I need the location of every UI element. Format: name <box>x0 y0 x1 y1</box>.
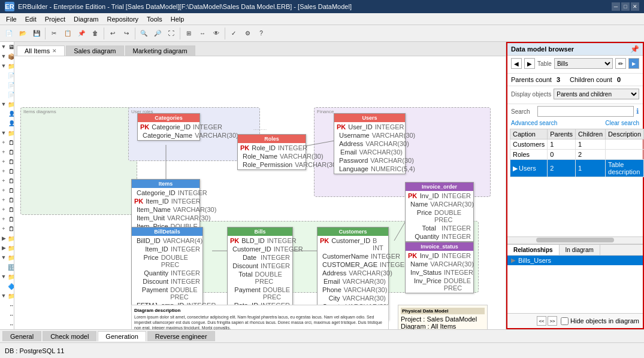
diagram-table-bills[interactable]: Bills PKBLD_IDINTEGER Customer_IDINTEGER… <box>227 227 293 311</box>
diagram-table-roles[interactable]: Roles PKRole_IDINTEGER Role_NameVARCHAR(… <box>237 134 306 170</box>
table-btn[interactable]: ⊞ <box>182 27 195 40</box>
sidebar-item-rel-billdetails-items[interactable]: ↔ BillDetails_Items <box>0 301 14 310</box>
sidebar-item-rel-bills-users[interactable]: ↔ Bills_Users <box>0 320 14 329</box>
paste-btn[interactable]: 📌 <box>75 27 88 40</box>
menu-tools[interactable]: Tools <box>143 14 166 24</box>
sidebar-item-rel-bills-customers[interactable]: ↔ Bills_Customers <box>0 310 14 320</box>
view-table-btn[interactable]: ▶ <box>628 58 639 69</box>
undo-btn[interactable]: ↩ <box>106 27 119 40</box>
expand-sales[interactable]: ▼ <box>0 53 7 60</box>
table-label: Table <box>537 60 552 67</box>
tab-all-items[interactable]: All Items ✕ <box>17 45 65 56</box>
diagram-table-billdetails[interactable]: BillDetails BillD_IDVARCHAR(4) Item_IDIN… <box>131 227 203 311</box>
sidebar-item-domains[interactable]: ▼ 📁 Domains <box>0 272 14 281</box>
rel-item-bills-users[interactable]: ▶ Bills_Users <box>507 256 643 265</box>
panel-prev-btn[interactable]: << <box>537 316 546 326</box>
sidebar-item-workspace[interactable]: ▼ 🖥 Workspace <box>0 42 14 51</box>
fit-btn[interactable]: ⛶ <box>165 27 178 40</box>
diagram-table-invoice-order[interactable]: Invoice_order PKInv_IDINTEGER NameVARCHA… <box>405 182 474 242</box>
diagram-table-users[interactable]: Users PKUser_IDINTEGER UsernameVARCHAR(3… <box>334 113 406 174</box>
diagram-table-invoice-status[interactable]: Invoice_status PKInv_IDINTEGER NameVARCH… <box>405 242 474 293</box>
menu-project[interactable]: Project <box>41 14 69 24</box>
sidebar-item-seq-item[interactable]: 🔢 Sequence_Item_o... <box>0 262 14 272</box>
sidebar-item-sch[interactable]: 👤 sch <box>0 119 14 128</box>
sidebar-item-invoice-order[interactable]: + 🗒 Invoice_order <box>0 186 14 195</box>
sidebar-item-public[interactable]: 👤 Public <box>0 109 14 119</box>
menu-edit[interactable]: Edit <box>22 14 40 24</box>
diagram-area[interactable]: Items diagrams User roles Finance Sales <box>14 56 506 329</box>
menu-help[interactable]: Help <box>167 14 188 24</box>
table-row-roles[interactable]: Roles 0 2 <box>510 150 644 160</box>
status-tab-generation[interactable]: Generation <box>98 331 146 341</box>
expand-workspace[interactable]: ▼ <box>0 43 7 50</box>
display-objects-select[interactable]: Parents and children <box>554 89 639 99</box>
sidebar-item-bills[interactable]: + 🗒 Bills <box>0 147 14 157</box>
diagram-table-categories[interactable]: Categories PKCategorie_IDINTEGER Categor… <box>137 113 200 141</box>
status-tab-general[interactable]: General <box>2 331 41 341</box>
sidebar-item-billdetails[interactable]: + 🗒 BillDetails <box>0 138 14 147</box>
sidebar-item-diagrams[interactable]: ▼ 📁 Diagrams <box>0 61 14 71</box>
panel-pin-icon[interactable]: 📌 <box>630 45 639 53</box>
relationship-btn[interactable]: ↔ <box>196 27 209 40</box>
minimize-btn[interactable]: ─ <box>612 2 620 11</box>
view-btn[interactable]: 👁 <box>210 27 223 40</box>
status-tab-reverse-engineer[interactable]: Reverse engineer <box>147 331 215 341</box>
panel-forward-btn[interactable]: ▶ <box>524 58 535 69</box>
hide-objects-checkbox[interactable] <box>561 317 569 325</box>
hide-objects-checkbox-container[interactable]: Hide objects in diagram <box>561 317 639 325</box>
menu-file[interactable]: File <box>2 14 20 24</box>
help-btn[interactable]: ? <box>255 27 268 40</box>
sidebar-item-invoice-status[interactable]: + 🗒 Invoice_status <box>0 195 14 205</box>
panel-next-btn[interactable]: >> <box>548 316 557 326</box>
menu-diagram[interactable]: Diagram <box>70 14 102 24</box>
maximize-btn[interactable]: □ <box>621 2 630 11</box>
new-btn[interactable]: 📄 <box>2 27 16 40</box>
save-btn[interactable]: 💾 <box>30 27 43 40</box>
validate-btn[interactable]: ✓ <box>227 27 240 40</box>
sidebar-item-procedures[interactable]: ▶ 📁 Procedures <box>0 233 14 243</box>
search-info-icon[interactable]: ℹ <box>636 107 639 116</box>
zoom-in-btn[interactable]: 🔍 <box>137 27 150 40</box>
menu-repository[interactable]: Repository <box>104 14 143 24</box>
tab-all-items-close[interactable]: ✕ <box>52 48 57 54</box>
sidebar-item-marketing[interactable]: 📄 Marketing diagr... <box>0 80 14 90</box>
sidebar-item-all-items[interactable]: 📄 Items <box>0 71 14 80</box>
tab-marketing-diagram[interactable]: Marketing diagram <box>125 45 195 56</box>
panel-back-btn[interactable]: ◀ <box>511 58 522 69</box>
copy-btn[interactable]: 📋 <box>61 27 74 40</box>
cut-btn[interactable]: ✂ <box>47 27 61 40</box>
advanced-search-link[interactable]: Advanced search <box>511 120 557 126</box>
sidebar-item-roles[interactable]: + 🗒 Roles <box>0 214 14 224</box>
sidebar-item-sales-diagram[interactable]: 📄 Sales diagram <box>0 90 14 99</box>
tab-marketing-diagram-label: Marketing diagram <box>133 47 188 54</box>
delete-btn[interactable]: 🗑 <box>89 27 102 40</box>
sidebar-item-tables[interactable]: ▼ 📁 Tables <box>0 128 14 138</box>
sidebar-item-sequences[interactable]: ▼ 📁 Sequences <box>0 253 14 262</box>
sidebar-item-sales-datamodel[interactable]: ▼ 📦 Sales DataModel <box>0 51 14 61</box>
sidebar-item-relationships[interactable]: ▼ 📁 Relationships <box>0 291 14 301</box>
sidebar-item-users[interactable]: + 🗒 Users <box>0 224 14 233</box>
open-btn[interactable]: 📂 <box>16 27 29 40</box>
close-btn[interactable]: ✕ <box>631 2 639 11</box>
sidebar-item-customers[interactable]: + 🗒 Customers <box>0 166 14 176</box>
tab-sales-diagram[interactable]: Sales diagram <box>66 45 123 56</box>
edit-table-btn[interactable]: ✏ <box>615 58 626 69</box>
table-row-customers[interactable]: Customers 1 1 <box>510 139 644 150</box>
clear-search-link[interactable]: Clear search <box>605 120 639 126</box>
generate-btn[interactable]: ⚙ <box>241 27 254 40</box>
sidebar-item-domain-1[interactable]: 🔷 Domain_1 <box>0 281 14 291</box>
sidebar-item-schemas[interactable]: ▼ 📁 Schemas <box>0 99 14 109</box>
sub-tab-in-diagram[interactable]: In diagram <box>560 245 600 255</box>
sidebar-item-items[interactable]: + 🗒 Items <box>0 205 14 214</box>
expand-diagrams[interactable]: ▼ <box>0 62 7 69</box>
sidebar-item-views[interactable]: ▶ 📁 Views <box>0 243 14 253</box>
status-tab-check-model[interactable]: Check model <box>43 331 96 341</box>
sidebar-item-categories[interactable]: + 🗒 Categories <box>0 157 14 166</box>
redo-btn[interactable]: ↪ <box>120 27 133 40</box>
sub-tab-relationships[interactable]: Relationships <box>507 245 560 255</box>
table-row-users[interactable]: ▶Users 2 1 Table description <box>510 160 644 177</box>
zoom-out-btn[interactable]: 🔎 <box>151 27 164 40</box>
table-select[interactable]: Bills <box>554 58 613 69</box>
search-input[interactable] <box>537 106 634 117</box>
sidebar-item-invoice[interactable]: + 🗒 Invoice <box>0 176 14 186</box>
